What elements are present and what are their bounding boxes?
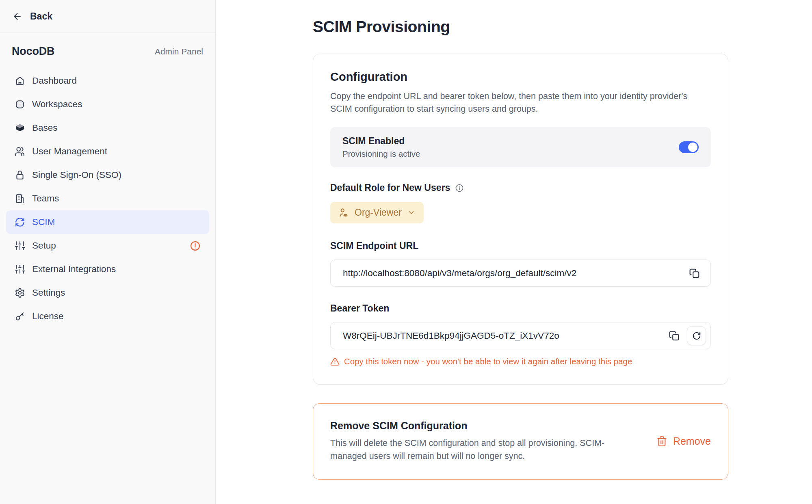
sidebar-item-license[interactable]: License bbox=[6, 305, 209, 328]
default-role-label-row: Default Role for New Users bbox=[330, 182, 711, 193]
remove-scim-card: Remove SCIM Configuration This will dele… bbox=[313, 403, 728, 480]
sidebar-item-bases[interactable]: Bases bbox=[6, 116, 209, 140]
chevron-down-icon bbox=[407, 209, 415, 216]
sidebar-item-workspaces[interactable]: Workspaces bbox=[6, 93, 209, 116]
sliders-icon bbox=[15, 240, 25, 251]
home-icon bbox=[15, 76, 25, 86]
scim-enabled-row: SCIM Enabled Provisioning is active bbox=[330, 127, 711, 167]
sidebar-item-scim[interactable]: SCIM bbox=[6, 210, 209, 234]
base-cube-icon bbox=[15, 123, 25, 133]
copy-icon bbox=[669, 331, 680, 341]
default-role-label: Default Role for New Users bbox=[330, 182, 450, 193]
setup-warning-icon bbox=[190, 240, 201, 251]
remove-scim-text: Remove SCIM Configuration This will dele… bbox=[330, 420, 625, 463]
endpoint-url-label: SCIM Endpoint URL bbox=[330, 240, 711, 251]
sidebar-item-label: Settings bbox=[32, 288, 65, 298]
sidebar-item-external-integrations[interactable]: External Integrations bbox=[6, 257, 209, 281]
sidebar-item-label: Teams bbox=[32, 193, 59, 204]
warning-triangle-icon bbox=[330, 357, 340, 366]
sidebar-item-label: External Integrations bbox=[32, 264, 116, 275]
sidebar-item-label: Workspaces bbox=[32, 99, 82, 110]
workspace-icon bbox=[15, 99, 25, 110]
sidebar-item-label: User Management bbox=[32, 146, 107, 157]
sidebar-item-label: Dashboard bbox=[32, 76, 77, 86]
users-icon bbox=[15, 146, 25, 157]
toggle-knob bbox=[688, 143, 697, 152]
user-role-icon bbox=[338, 208, 349, 218]
info-icon[interactable] bbox=[455, 184, 464, 193]
sidebar-item-label: Single Sign-On (SSO) bbox=[32, 170, 121, 180]
sidebar: Back NocoDB Admin Panel Dashboard Worksp… bbox=[0, 0, 216, 504]
sidebar-item-label: Setup bbox=[32, 240, 56, 251]
remove-scim-button[interactable]: Remove bbox=[656, 435, 711, 447]
sync-icon bbox=[15, 217, 25, 227]
bearer-token-label: Bearer Token bbox=[330, 303, 711, 314]
scim-enabled-toggle[interactable] bbox=[679, 141, 699, 153]
scim-enabled-text: SCIM Enabled Provisioning is active bbox=[342, 136, 420, 159]
sidebar-item-setup[interactable]: Setup bbox=[6, 234, 209, 257]
page-title: SCIM Provisioning bbox=[313, 18, 812, 36]
back-button[interactable]: Back bbox=[0, 0, 215, 33]
key-icon bbox=[15, 311, 25, 322]
refresh-icon bbox=[692, 331, 701, 340]
sidebar-item-label: License bbox=[32, 311, 64, 322]
trash-icon bbox=[656, 436, 667, 447]
token-warning: Copy this token now - you won't be able … bbox=[330, 357, 711, 366]
default-role-value: Org-Viewer bbox=[355, 207, 402, 218]
sidebar-item-dashboard[interactable]: Dashboard bbox=[6, 69, 209, 93]
default-role-select[interactable]: Org-Viewer bbox=[330, 202, 424, 223]
sliders-icon bbox=[15, 264, 25, 275]
building-icon bbox=[15, 193, 25, 204]
bearer-token-field[interactable]: W8rQEij-UBJrTNE6d1Bkp94jjGAGD5-oTZ_iX1vV… bbox=[330, 322, 711, 349]
copy-icon bbox=[689, 268, 700, 279]
sidebar-item-user-management[interactable]: User Management bbox=[6, 140, 209, 163]
brand-title: NocoDB bbox=[12, 45, 54, 58]
panel-label: Admin Panel bbox=[155, 47, 203, 56]
app-root: Back NocoDB Admin Panel Dashboard Worksp… bbox=[0, 0, 812, 504]
back-label: Back bbox=[30, 11, 52, 22]
remove-scim-description: This will delete the SCIM configuration … bbox=[330, 437, 625, 463]
sidebar-item-label: Bases bbox=[32, 123, 58, 133]
remove-scim-heading: Remove SCIM Configuration bbox=[330, 420, 625, 432]
token-warning-text: Copy this token now - you won't be able … bbox=[344, 357, 632, 366]
lock-icon bbox=[15, 170, 25, 180]
remove-button-label: Remove bbox=[673, 435, 711, 447]
copy-token-button[interactable] bbox=[669, 331, 680, 341]
bearer-token-value: W8rQEij-UBJrTNE6d1Bkp94jjGAGD5-oTZ_iX1vV… bbox=[343, 331, 662, 341]
scim-enabled-label: SCIM Enabled bbox=[342, 136, 420, 147]
configuration-description: Copy the endpoint URL and bearer token b… bbox=[330, 90, 710, 115]
arrow-left-icon bbox=[12, 11, 22, 22]
sidebar-item-settings[interactable]: Settings bbox=[6, 281, 209, 305]
main-content: SCIM Provisioning Configuration Copy the… bbox=[216, 0, 812, 504]
sidebar-item-sso[interactable]: Single Sign-On (SSO) bbox=[6, 163, 209, 187]
copy-endpoint-button[interactable] bbox=[689, 268, 700, 279]
regenerate-token-button[interactable] bbox=[687, 326, 706, 345]
sidebar-nav: Dashboard Workspaces Bases User Manageme… bbox=[0, 67, 215, 328]
brand-row: NocoDB Admin Panel bbox=[0, 33, 215, 67]
sidebar-item-teams[interactable]: Teams bbox=[6, 187, 209, 210]
configuration-heading: Configuration bbox=[330, 70, 711, 84]
sidebar-item-label: SCIM bbox=[32, 217, 55, 227]
gear-icon bbox=[15, 288, 25, 298]
scim-enabled-status: Provisioning is active bbox=[342, 149, 420, 159]
endpoint-url-field[interactable]: http://localhost:8080/api/v3/meta/orgs/o… bbox=[330, 260, 711, 287]
configuration-card: Configuration Copy the endpoint URL and … bbox=[313, 54, 728, 385]
endpoint-url-value: http://localhost:8080/api/v3/meta/orgs/o… bbox=[343, 268, 682, 279]
